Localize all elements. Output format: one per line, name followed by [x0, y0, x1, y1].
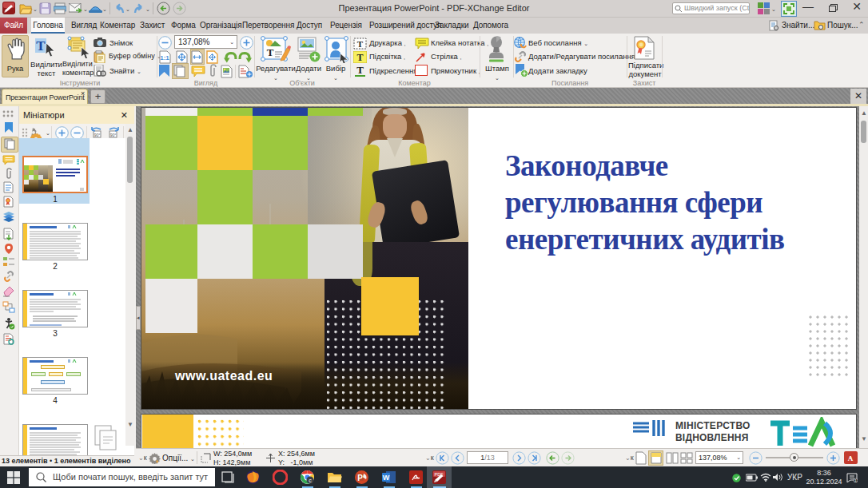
svg-text:T: T: [357, 39, 364, 49]
svg-text:1:1: 1:1: [160, 54, 169, 61]
svg-text:T: T: [356, 52, 363, 63]
svg-text:P: P: [357, 474, 363, 482]
svg-text:90°: 90°: [94, 133, 101, 137]
svg-text:90°: 90°: [110, 133, 117, 137]
svg-text:T: T: [267, 46, 274, 58]
svg-text:T: T: [356, 65, 364, 76]
svg-text:T: T: [36, 38, 46, 54]
svg-text:W: W: [383, 474, 390, 482]
svg-text:c: c: [309, 478, 312, 483]
